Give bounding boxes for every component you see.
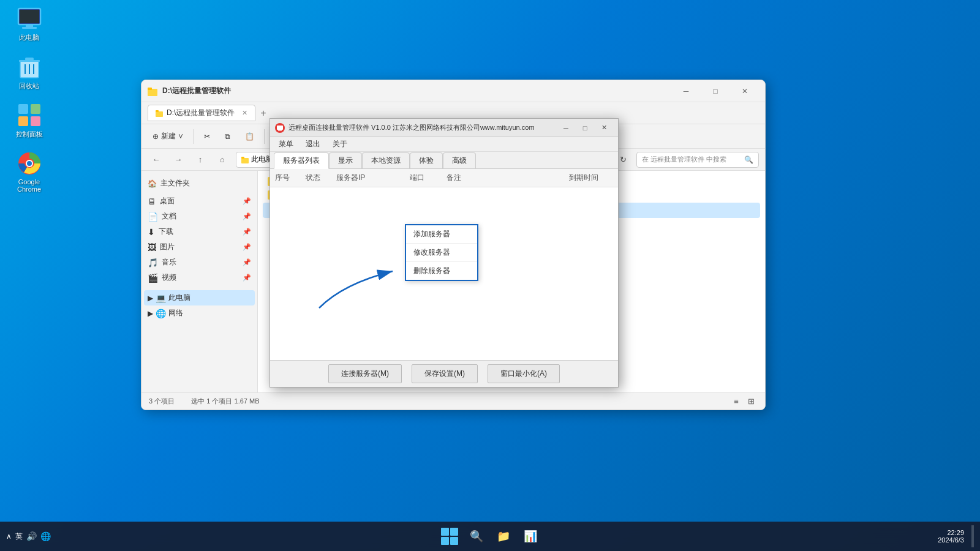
desktop-icon-control-panel-label: 控制面板 <box>16 130 43 139</box>
desktop-icon-this-pc[interactable]: 此电脑 <box>6 6 52 42</box>
rdm-footer: 连接服务器(M) 保存设置(M) 窗口最小化(A) <box>270 360 618 387</box>
network-icon: 🌐 <box>40 531 51 541</box>
rdm-tab-local[interactable]: 本地资源 <box>362 152 410 168</box>
sidebar-network-icon: 🌐 <box>156 309 166 318</box>
show-desktop-btn[interactable] <box>971 525 974 547</box>
rdm-titlebar: 远程桌面连接批量管理软件 V1.0.0 江苏米之图网络科技有限公司www.mit… <box>270 119 618 137</box>
desktop-icon-control-panel[interactable]: 控制面板 <box>6 103 52 139</box>
sidebar-desktop-label: 桌面 <box>160 196 175 206</box>
file-explorer-titlebar: D:\远程批量管理软件 ─ □ ✕ <box>141 80 765 102</box>
rdm-window: 远程桌面连接批量管理软件 V1.0.0 江苏米之图网络科技有限公司www.mit… <box>270 118 619 388</box>
ctx-edit-server[interactable]: 修改服务器 <box>406 244 477 262</box>
statusbar-left: 3 个项目 选中 1 个项目 1.67 MB <box>149 397 260 406</box>
sidebar-pictures[interactable]: 🖼 图片 📌 <box>141 239 257 255</box>
rdm-connect-btn[interactable]: 连接服务器(M) <box>328 364 402 383</box>
rdm-table-body[interactable]: 添加服务器 修改服务器 删除服务器 <box>270 187 618 360</box>
toolbar-new-btn[interactable]: ⊕ 新建 ∨ <box>148 129 189 144</box>
taskbar-start-btn[interactable] <box>437 524 462 549</box>
taskbar-app-btn[interactable]: 📊 <box>518 524 543 549</box>
sidebar-music[interactable]: 🎵 音乐 📌 <box>141 255 257 270</box>
svg-rect-11 <box>31 104 40 114</box>
sidebar-music-icon: 🎵 <box>148 258 158 268</box>
toolbar-divider2 <box>264 129 265 144</box>
rdm-connect-label: 连接服务器(M) <box>341 369 389 378</box>
sidebar-network-section[interactable]: ▶ 🌐 网络 <box>144 305 255 321</box>
desktop: 此电脑 回收站 <box>0 0 980 551</box>
rdm-minimize-label: 窗口最小化(A) <box>500 369 547 378</box>
file-explorer-tab-label: D:\远程批量管理软件 <box>167 108 235 118</box>
windows-logo-icon <box>441 528 458 545</box>
rdm-menu-about[interactable]: 关于 <box>328 138 352 151</box>
desktop-icon-google-chrome[interactable]: Google Chrome <box>6 151 52 193</box>
rdm-tab-local-label: 本地资源 <box>371 156 401 165</box>
th-expiry-label: 到期时间 <box>569 173 598 182</box>
pin-icon-pictures: 📌 <box>243 243 251 251</box>
file-explorer-minimize-btn[interactable]: ─ <box>672 80 700 102</box>
toolbar-paste-btn[interactable]: 📋 <box>240 130 259 143</box>
rdm-menu-exit[interactable]: 退出 <box>301 138 325 151</box>
file-explorer-close-btn[interactable]: ✕ <box>731 80 759 102</box>
taskbar-clock[interactable]: 22:29 2024/6/3 <box>938 529 964 544</box>
sidebar-this-pc-label: 此电脑 <box>168 293 190 303</box>
rdm-minimize-btn[interactable]: ─ <box>557 119 575 137</box>
desktop-icon-recycle-bin[interactable]: 回收站 <box>6 54 52 91</box>
file-explorer-add-tab-btn[interactable]: + <box>255 105 271 121</box>
svg-rect-2 <box>26 24 33 27</box>
nav-home-btn[interactable]: ⌂ <box>214 151 231 168</box>
rdm-minimize-window-btn[interactable]: 窗口最小化(A) <box>488 364 560 383</box>
th-notes: 备注 <box>442 171 564 184</box>
pin-icon-desktop: 📌 <box>243 197 251 205</box>
view-list-btn[interactable]: ≡ <box>729 395 743 408</box>
desktop-icon-this-pc-label: 此电脑 <box>19 33 39 42</box>
lang-indicator: 英 <box>15 531 23 542</box>
rdm-maximize-btn[interactable]: □ <box>576 119 594 137</box>
taskbar-file-explorer-btn[interactable]: 📁 <box>491 524 516 549</box>
home-icon: 🏠 <box>148 179 157 188</box>
pin-icon-documents: 📌 <box>243 212 251 220</box>
menu-file-label: 菜单 <box>279 140 293 148</box>
toolbar-copy-btn[interactable]: ⧉ <box>220 130 235 143</box>
file-explorer-title: D:\远程批量管理软件 <box>162 86 667 96</box>
sidebar-network-label: 网络 <box>168 308 183 318</box>
rdm-close-btn[interactable]: ✕ <box>595 119 613 137</box>
sidebar-this-pc-section[interactable]: ▶ 💻 此电脑 <box>144 290 255 305</box>
th-status: 状态 <box>301 171 331 184</box>
sidebar-home[interactable]: 🏠 主文件夹 <box>141 176 257 191</box>
selected-count: 选中 1 个项目 1.67 MB <box>191 397 259 405</box>
svg-rect-22 <box>241 157 244 159</box>
sidebar-videos[interactable]: 🎬 视频 📌 <box>141 270 257 285</box>
ctx-add-server[interactable]: 添加服务器 <box>406 225 477 244</box>
rdm-save-btn[interactable]: 保存设置(M) <box>412 364 478 383</box>
rdm-tab-servers[interactable]: 服务器列表 <box>274 152 329 169</box>
rdm-tab-experience[interactable]: 体验 <box>410 152 443 168</box>
sidebar-downloads[interactable]: ⬇ 下载 📌 <box>141 224 257 239</box>
th-port: 端口 <box>405 171 442 184</box>
search-box[interactable]: 在 远程批量管理软件 中搜索 🔍 <box>636 152 759 168</box>
rdm-tab-advanced[interactable]: 高级 <box>443 152 476 168</box>
view-grid-btn[interactable]: ⊞ <box>744 395 758 408</box>
sidebar-videos-icon: 🎬 <box>148 273 158 283</box>
sidebar-documents[interactable]: 📄 文档 📌 <box>141 209 257 224</box>
svg-rect-18 <box>148 88 152 90</box>
sidebar-documents-icon: 📄 <box>148 212 158 222</box>
rdm-tab-display[interactable]: 显示 <box>329 152 362 168</box>
file-explorer-tab[interactable]: D:\远程批量管理软件 ✕ <box>148 105 255 121</box>
nav-forward-btn[interactable]: → <box>170 151 187 168</box>
taskbar-search-btn[interactable]: 🔍 <box>464 524 489 549</box>
nav-back-btn[interactable]: ← <box>148 151 165 168</box>
tray-expand-icon[interactable]: ∧ <box>6 532 12 541</box>
ctx-delete-server[interactable]: 删除服务器 <box>406 262 477 280</box>
toolbar-cut-btn[interactable]: ✂ <box>199 130 215 143</box>
file-explorer-maximize-btn[interactable]: □ <box>701 80 729 102</box>
th-port-label: 端口 <box>410 173 424 182</box>
clock-time: 22:29 <box>947 529 964 536</box>
tab-close-icon[interactable]: ✕ <box>242 109 247 117</box>
sidebar-videos-label: 视频 <box>162 272 176 283</box>
taskbar-folder-icon: 📁 <box>497 530 510 543</box>
sidebar-desktop[interactable]: 🖥 桌面 📌 <box>141 193 257 209</box>
nav-up-btn[interactable]: ↑ <box>192 151 209 168</box>
rdm-content: 序号 状态 服务器IP 端口 备注 到期时间 <box>270 169 618 360</box>
rdm-menu-file[interactable]: 菜单 <box>274 138 298 151</box>
rdm-tab-experience-label: 体验 <box>419 156 434 165</box>
svg-rect-24 <box>278 130 282 131</box>
